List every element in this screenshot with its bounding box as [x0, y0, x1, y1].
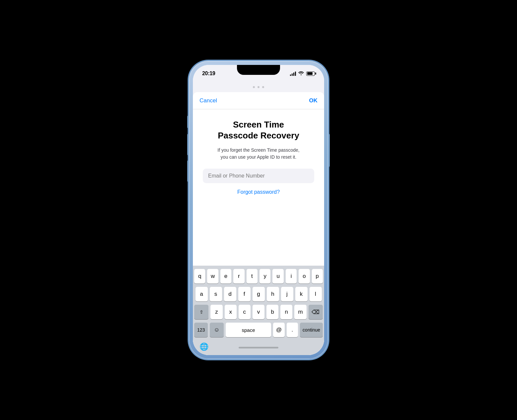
space-key[interactable]: space: [226, 323, 271, 337]
key-q[interactable]: q: [194, 269, 205, 284]
status-icons: [290, 71, 315, 76]
emoji-icon: ☺: [214, 327, 219, 333]
period-key[interactable]: .: [287, 323, 298, 337]
key-g[interactable]: g: [253, 287, 265, 301]
key-o[interactable]: o: [299, 269, 310, 284]
key-x[interactable]: x: [225, 305, 237, 319]
key-u[interactable]: u: [272, 269, 283, 284]
key-w[interactable]: w: [207, 269, 218, 284]
status-bar: 20:19: [193, 65, 324, 82]
key-i[interactable]: i: [286, 269, 297, 284]
power-button: [328, 134, 330, 167]
bottom-bar: 🌐: [193, 339, 324, 355]
email-phone-input[interactable]: [203, 169, 314, 183]
keyboard: q w e r t y u i o p a s: [193, 266, 324, 339]
key-y[interactable]: y: [259, 269, 270, 284]
content-area: Cancel OK Screen Time Passcode Recovery …: [193, 82, 324, 355]
modal-sheet: Cancel OK Screen Time Passcode Recovery …: [193, 92, 324, 355]
status-time: 20:19: [202, 71, 215, 77]
key-v[interactable]: v: [253, 305, 264, 319]
wifi-icon: [298, 71, 304, 76]
continue-key[interactable]: continue: [300, 323, 323, 337]
nav-bar: Cancel OK: [193, 92, 324, 109]
key-d[interactable]: d: [224, 287, 236, 301]
signal-icon: [290, 71, 296, 76]
battery-icon: [306, 72, 315, 76]
key-m[interactable]: m: [294, 305, 306, 319]
behind-sheet: [193, 82, 324, 92]
notch: [237, 65, 280, 75]
globe-key[interactable]: 🌐: [197, 340, 211, 354]
shift-key[interactable]: ⇧: [194, 305, 208, 319]
volume-up-button: [187, 134, 189, 155]
backspace-icon: ⌫: [312, 309, 319, 316]
globe-icon: 🌐: [200, 342, 208, 351]
keyboard-row-1: q w e r t y u i o p: [194, 269, 323, 284]
key-f[interactable]: f: [238, 287, 251, 301]
forgot-password-link[interactable]: Forgot password?: [237, 189, 280, 195]
phone-screen: 20:19: [193, 65, 324, 355]
phone-frame: 20:19: [189, 61, 328, 359]
key-s[interactable]: s: [210, 287, 222, 301]
key-k[interactable]: k: [295, 287, 308, 301]
key-e[interactable]: e: [220, 269, 231, 284]
screen-description: If you forget the Screen Time passcode, …: [214, 147, 303, 161]
key-t[interactable]: t: [247, 269, 258, 284]
cancel-button[interactable]: Cancel: [200, 97, 217, 104]
key-p[interactable]: p: [312, 269, 323, 284]
emoji-key[interactable]: ☺: [210, 323, 223, 337]
keyboard-row-2: a s d f g h j k l: [194, 287, 323, 301]
backspace-key[interactable]: ⌫: [309, 305, 323, 319]
key-b[interactable]: b: [266, 305, 278, 319]
shift-icon: ⇧: [200, 309, 203, 315]
home-indicator: [239, 347, 278, 348]
key-j[interactable]: j: [281, 287, 293, 301]
keyboard-row-3: ⇧ z x c v b n m ⌫: [194, 305, 323, 319]
sheet-dots: [253, 86, 264, 88]
key-h[interactable]: h: [267, 287, 279, 301]
volume-down-button: [187, 160, 189, 182]
key-n[interactable]: n: [280, 305, 292, 319]
key-z[interactable]: z: [210, 305, 222, 319]
keyboard-row-bottom: 123 ☺ space @ .: [194, 323, 323, 337]
key-c[interactable]: c: [239, 305, 251, 319]
ok-button[interactable]: OK: [309, 97, 318, 104]
numbers-key[interactable]: 123: [194, 323, 208, 337]
screen-title: Screen Time Passcode Recovery: [218, 119, 299, 141]
at-key[interactable]: @: [273, 323, 284, 337]
mute-button: [187, 116, 189, 128]
main-content: Screen Time Passcode Recovery If you for…: [193, 109, 324, 266]
key-r[interactable]: r: [233, 269, 244, 284]
key-a[interactable]: a: [196, 287, 208, 301]
key-l[interactable]: l: [310, 287, 322, 301]
